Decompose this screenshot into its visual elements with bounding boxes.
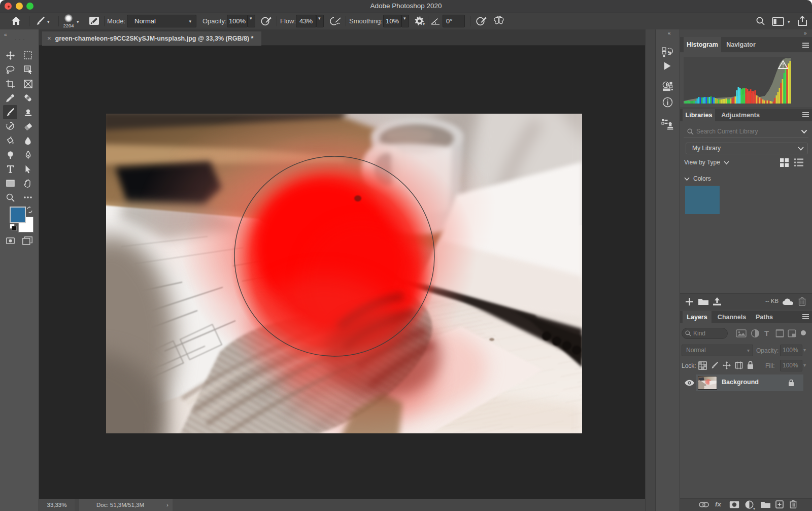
svg-text:5: 5 [668, 50, 671, 56]
